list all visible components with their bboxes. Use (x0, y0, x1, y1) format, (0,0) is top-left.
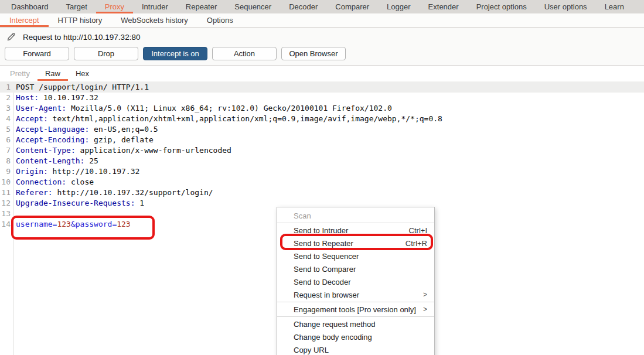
drop-button[interactable]: Drop (74, 47, 138, 60)
line-number: 8 (0, 156, 11, 166)
request-line-1: 1POST /support/login/ HTTP/1.1 (0, 82, 644, 93)
main-tab-bar: DashboardTargetProxyIntruderRepeaterSequ… (0, 0, 644, 13)
main-tab-extender[interactable]: Extender (420, 0, 468, 13)
request-line-6: 6Accept-Encoding: gzip, deflate (0, 135, 644, 145)
main-tab-sequencer[interactable]: Sequencer (226, 0, 280, 13)
menu-item-label: Copy URL (294, 346, 427, 354)
line-number: 7 (0, 145, 11, 156)
request-line-5: 5Accept-Language: en-US,en;q=0.5 (0, 124, 644, 135)
main-tab-intruder[interactable]: Intruder (133, 0, 177, 13)
line-number: 2 (0, 93, 11, 103)
main-tab-dashboard[interactable]: Dashboard (2, 0, 57, 13)
proxy-tab-http-history[interactable]: HTTP history (49, 13, 112, 27)
line-number: 3 (0, 103, 11, 114)
proxy-tab-websockets-history[interactable]: WebSockets history (111, 13, 197, 27)
menu-item-label: Change request method (294, 320, 427, 329)
menu-separator (277, 302, 434, 302)
menu-item-change-request-method[interactable]: Change request method (277, 318, 434, 330)
request-line-text[interactable]: User-Agent: Mozilla/5.0 (X11; Linux x86_… (11, 103, 392, 114)
menu-item-shortcut: Ctrl+I (409, 226, 427, 235)
request-line-4: 4Accept: text/html,application/xhtml+xml… (0, 114, 644, 124)
line-number: 13 (0, 209, 11, 219)
line-number: 4 (0, 114, 11, 124)
context-menu: ScanSend to IntruderCtrl+ISend to Repeat… (277, 207, 435, 355)
request-line-8: 8Content-Length: 25 (0, 156, 644, 166)
request-line-text[interactable]: Content-Length: 25 (11, 156, 98, 166)
request-line-text[interactable]: Content-Type: application/x-www-form-url… (11, 145, 231, 156)
main-tab-learn[interactable]: Learn (596, 0, 633, 13)
menu-item-send-to-comparer[interactable]: Send to Comparer (277, 262, 434, 275)
main-tab-comparer[interactable]: Comparer (326, 0, 378, 13)
menu-item-label: Request in browser (294, 291, 416, 299)
submenu-arrow-icon: > (423, 305, 427, 313)
request-line-text[interactable]: Connection: close (11, 177, 94, 187)
action-button[interactable]: Action (212, 47, 277, 60)
menu-item-label: Send to Intruder (294, 226, 402, 235)
request-line-text[interactable]: Accept: text/html,application/xhtml+xml,… (11, 114, 442, 124)
view-tab-pretty: Pretty (2, 66, 38, 81)
menu-item-label: Send to Sequencer (294, 252, 427, 261)
request-line-3: 3User-Agent: Mozilla/5.0 (X11; Linux x86… (0, 103, 644, 114)
menu-item-send-to-sequencer[interactable]: Send to Sequencer (277, 250, 434, 262)
view-tab-raw[interactable]: Raw (38, 66, 68, 81)
request-target-label: Request to http://10.10.197.32:80 (23, 33, 140, 42)
request-line-2: 2Host: 10.10.197.32 (0, 93, 644, 103)
request-line-text[interactable]: Accept-Language: en-US,en;q=0.5 (11, 124, 158, 135)
burp-suite-window: DashboardTargetProxyIntruderRepeaterSequ… (0, 0, 644, 355)
request-target-row: Request to http://10.10.197.32:80 (6, 32, 140, 42)
line-number: 14 (0, 219, 11, 230)
request-line-9: 9Origin: http://10.10.197.32 (0, 166, 644, 177)
line-number: 6 (0, 135, 11, 145)
request-line-text[interactable]: Accept-Encoding: gzip, deflate (11, 135, 154, 145)
request-line-10: 10Connection: close (0, 177, 644, 187)
menu-separator (277, 316, 434, 317)
request-line-11: 11Referer: http://10.10.197.32/support/l… (0, 187, 644, 198)
intercept-button-row: ForwardDropIntercept is onActionOpen Bro… (5, 47, 346, 60)
request-line-text[interactable]: username=123&password=123 (11, 219, 131, 230)
line-number: 12 (0, 198, 11, 209)
intercept-toolbar: Request to http://10.10.197.32:80 Forwar… (0, 28, 644, 66)
request-line-text[interactable]: Referer: http://10.10.197.32/support/log… (11, 187, 213, 198)
forward-button[interactable]: Forward (5, 47, 69, 60)
line-number: 1 (0, 82, 11, 93)
request-line-7: 7Content-Type: application/x-www-form-ur… (0, 145, 644, 156)
menu-item-send-to-intruder[interactable]: Send to IntruderCtrl+I (277, 224, 434, 237)
menu-item-label: Send to Repeater (294, 239, 398, 248)
menu-item-scan: Scan (277, 209, 434, 222)
line-number: 11 (0, 187, 11, 198)
message-view-tab-bar: PrettyRawHex (0, 66, 644, 81)
request-line-text[interactable]: Origin: http://10.10.197.32 (11, 166, 139, 177)
menu-item-label: Engagement tools [Pro version only] (294, 305, 416, 314)
request-line-text[interactable]: Host: 10.10.197.32 (11, 93, 98, 103)
main-tab-decoder[interactable]: Decoder (280, 0, 326, 13)
menu-item-send-to-decoder[interactable]: Send to Decoder (277, 275, 434, 288)
line-number: 10 (0, 177, 11, 187)
line-number: 9 (0, 166, 11, 177)
menu-separator (277, 223, 434, 223)
proxy-tab-bar: InterceptHTTP historyWebSockets historyO… (0, 13, 644, 28)
request-line-text[interactable]: Upgrade-Insecure-Requests: 1 (11, 198, 144, 209)
submenu-arrow-icon: > (423, 291, 427, 299)
proxy-tab-options[interactable]: Options (197, 13, 243, 27)
request-line-text[interactable]: POST /support/login/ HTTP/1.1 (11, 82, 149, 93)
proxy-tab-intercept[interactable]: Intercept (0, 13, 49, 27)
main-tab-logger[interactable]: Logger (378, 0, 419, 13)
intercept-is-on-button[interactable]: Intercept is on (143, 47, 207, 60)
menu-item-request-in-browser[interactable]: Request in browser> (277, 288, 434, 301)
main-tab-repeater[interactable]: Repeater (177, 0, 226, 13)
main-tab-proxy[interactable]: Proxy (96, 0, 133, 13)
main-tab-target[interactable]: Target (57, 0, 96, 13)
menu-item-send-to-repeater[interactable]: Send to RepeaterCtrl+R (277, 237, 434, 250)
open-browser-button[interactable]: Open Browser (281, 47, 346, 60)
menu-item-change-body-encoding[interactable]: Change body encoding (277, 330, 434, 343)
main-tab-project-options[interactable]: Project options (468, 0, 536, 13)
main-tab-user-options[interactable]: User options (536, 0, 596, 13)
menu-item-label: Scan (294, 211, 427, 220)
line-number: 5 (0, 124, 11, 135)
pencil-icon (6, 32, 16, 42)
request-line-text[interactable] (11, 209, 16, 219)
view-tab-hex[interactable]: Hex (68, 66, 97, 81)
menu-item-engagement-tools-pro-version-only[interactable]: Engagement tools [Pro version only]> (277, 303, 434, 316)
menu-item-copy-url[interactable]: Copy URL (277, 343, 434, 355)
menu-item-shortcut: Ctrl+R (406, 239, 427, 248)
